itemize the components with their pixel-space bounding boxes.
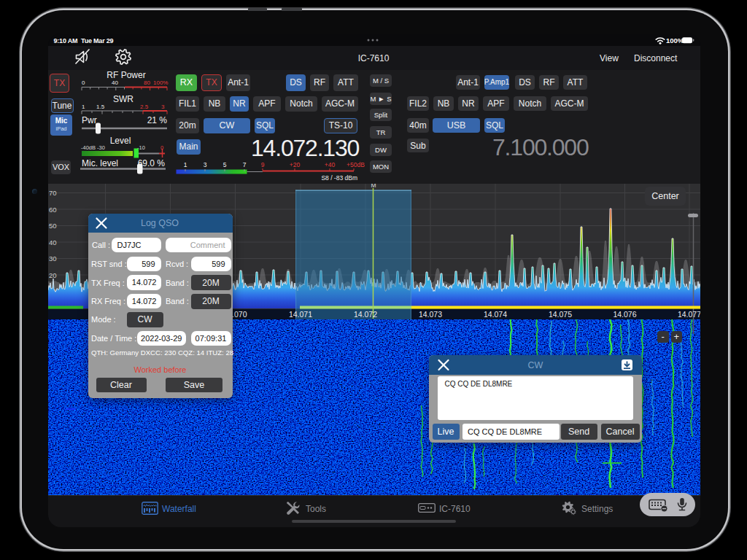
svg-text:1: 1 (82, 104, 85, 110)
svg-text:5: 5 (223, 161, 227, 168)
svg-text:Level: Level (110, 136, 131, 146)
svg-text:+50dB: +50dB (347, 161, 365, 168)
svg-text:Pwr: Pwr (82, 115, 97, 125)
svg-text:21 %: 21 % (147, 115, 168, 125)
svg-text:14.075: 14.075 (549, 310, 572, 319)
svg-text:14.074: 14.074 (484, 310, 507, 319)
svg-text:3: 3 (161, 104, 165, 110)
svg-text:14.073: 14.073 (419, 310, 442, 319)
svg-text:14.071: 14.071 (289, 310, 312, 319)
svg-text:S8 / -83 dBm: S8 / -83 dBm (321, 174, 357, 182)
svg-text:2.5: 2.5 (140, 104, 149, 110)
svg-text:3: 3 (204, 161, 207, 168)
svg-text:SWR: SWR (113, 94, 133, 104)
svg-text:80: 80 (144, 79, 150, 86)
svg-text:20: 20 (49, 271, 57, 279)
svg-text:-30: -30 (97, 144, 105, 151)
svg-text:50: 50 (49, 222, 57, 230)
svg-text:40: 40 (49, 238, 57, 246)
svg-text:14.072: 14.072 (354, 310, 377, 319)
svg-text:CW: CW (528, 360, 543, 370)
svg-text:60: 60 (49, 206, 57, 214)
svg-text:RF Power: RF Power (107, 70, 145, 80)
svg-text:30: 30 (49, 254, 57, 262)
svg-text:0: 0 (82, 79, 85, 86)
svg-text:14.077: 14.077 (678, 310, 700, 319)
svg-text:100%: 100% (153, 79, 168, 86)
svg-text:-40dB: -40dB (81, 144, 96, 151)
svg-text:9: 9 (261, 161, 265, 168)
svg-text:+20: +20 (290, 161, 301, 168)
svg-text:+40: +40 (325, 161, 336, 168)
svg-text:40: 40 (112, 79, 118, 86)
svg-text:100%: 100% (666, 36, 684, 44)
svg-text:1: 1 (184, 161, 187, 168)
svg-text:14.076: 14.076 (613, 310, 636, 319)
svg-text:70: 70 (49, 189, 57, 197)
svg-text:Mic. level: Mic. level (82, 158, 118, 168)
svg-text:M: M (371, 184, 376, 189)
svg-text:1.5: 1.5 (96, 104, 105, 110)
svg-text:7: 7 (243, 161, 247, 168)
svg-text:Log QSO: Log QSO (141, 218, 179, 228)
